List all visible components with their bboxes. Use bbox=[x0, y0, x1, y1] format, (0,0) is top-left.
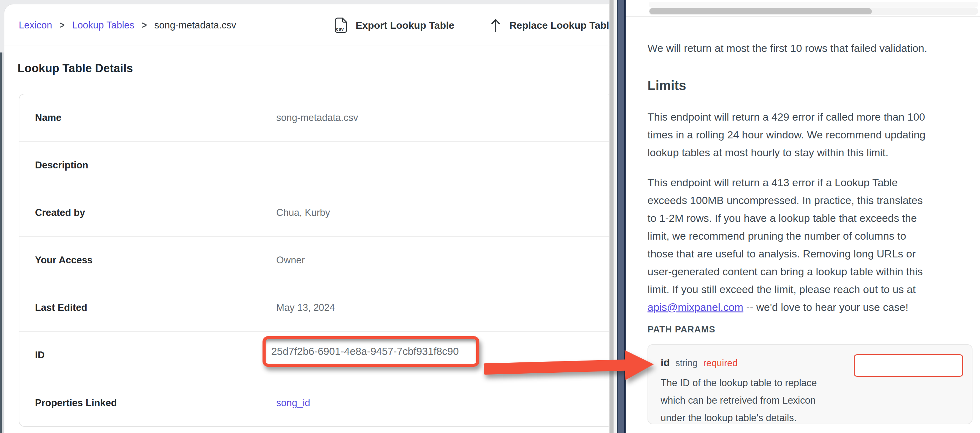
upload-arrow-icon bbox=[489, 18, 502, 32]
replace-button-label: Replace Lookup Tabl bbox=[509, 20, 609, 31]
breadcrumb-lexicon[interactable]: Lexicon bbox=[19, 20, 52, 31]
row-value: song-metadata.csv bbox=[276, 94, 358, 141]
replace-lookup-table-button[interactable]: Replace Lookup Tabl bbox=[489, 4, 609, 46]
id-param-input[interactable] bbox=[854, 354, 963, 377]
window-edge-highlight bbox=[2, 53, 5, 433]
panel-header: Lexicon > Lookup Tables > song-metadata.… bbox=[5, 4, 609, 46]
page-title: Lookup Table Details bbox=[18, 62, 133, 75]
row-label: Properties Linked bbox=[35, 379, 117, 427]
horizontal-scrollbar-track[interactable] bbox=[649, 8, 978, 15]
breadcrumb-separator-icon: > bbox=[60, 20, 65, 31]
song-id-link[interactable]: song_id bbox=[276, 379, 310, 427]
limits-heading: Limits bbox=[648, 78, 686, 93]
param-description: The ID of the lookup table to replace wh… bbox=[660, 374, 817, 427]
table-row-your-access: Your Access Owner bbox=[19, 237, 609, 284]
row-value: May 13, 2024 bbox=[276, 284, 335, 331]
table-row-created-by: Created by Chua, Kurby bbox=[19, 189, 609, 237]
svg-text:csv: csv bbox=[336, 26, 344, 32]
table-row-description: Description bbox=[19, 142, 609, 189]
breadcrumb: Lexicon > Lookup Tables > song-metadata.… bbox=[19, 4, 236, 46]
arrow-head-icon bbox=[625, 349, 654, 380]
breadcrumb-current-file: song-metadata.csv bbox=[154, 20, 236, 31]
table-row-name: Name song-metadata.csv bbox=[19, 94, 609, 142]
table-row-last-edited: Last Edited May 13, 2024 bbox=[19, 284, 609, 332]
param-header: id string required bbox=[660, 357, 738, 369]
row-value: Chua, Kurby bbox=[276, 189, 330, 236]
arrow-shaft bbox=[484, 359, 628, 374]
contact-line: apis@mixpanel.com -- we'd love to hear y… bbox=[648, 298, 908, 316]
export-button-label: Export Lookup Table bbox=[356, 20, 454, 31]
docs-top-band bbox=[649, 2, 978, 7]
apis-mixpanel-email-link[interactable]: apis@mixpanel.com bbox=[648, 301, 743, 313]
path-param-card: id string required The ID of the lookup … bbox=[648, 344, 972, 424]
annotation-arrow bbox=[484, 347, 655, 386]
row-value: Owner bbox=[276, 237, 305, 284]
row-label: Name bbox=[35, 94, 61, 141]
export-lookup-table-button[interactable]: csv Export Lookup Table bbox=[334, 4, 454, 46]
lookup-table-id-value: 25d7f2b6-6901-4e8a-9457-7cbf931f8c90 bbox=[271, 345, 459, 357]
limits-paragraph-413: This endpoint will return a 413 error if… bbox=[648, 174, 923, 298]
param-required-badge: required bbox=[703, 358, 738, 368]
row-label: Last Edited bbox=[35, 284, 87, 331]
row-label: Your Access bbox=[35, 237, 92, 284]
docs-intro-text: We will return at most the first 10 rows… bbox=[648, 39, 927, 57]
limits-paragraph-429: This endpoint will return a 429 error if… bbox=[648, 108, 926, 161]
id-value-annotation-box: 25d7f2b6-6901-4e8a-9457-7cbf931f8c90 bbox=[262, 336, 479, 367]
breadcrumb-lookup-tables[interactable]: Lookup Tables bbox=[72, 20, 134, 31]
path-params-heading: PATH PARAMS bbox=[648, 324, 715, 334]
csv-file-icon: csv bbox=[334, 17, 348, 33]
param-name: id bbox=[660, 357, 670, 369]
param-type: string bbox=[675, 358, 697, 368]
horizontal-scrollbar-thumb[interactable] bbox=[649, 8, 872, 14]
row-label: Created by bbox=[35, 189, 85, 236]
contact-line-tail: -- we'd love to hear your use case! bbox=[743, 301, 908, 313]
row-label: ID bbox=[35, 332, 45, 379]
breadcrumb-separator-icon: > bbox=[142, 20, 147, 31]
divider-line bbox=[625, 16, 980, 17]
row-label: Description bbox=[35, 142, 88, 189]
screen: Lexicon > Lookup Tables > song-metadata.… bbox=[0, 0, 980, 433]
table-row-properties-linked: Properties Linked song_id bbox=[19, 379, 609, 427]
docs-panel: We will return at most the first 10 rows… bbox=[625, 0, 980, 433]
